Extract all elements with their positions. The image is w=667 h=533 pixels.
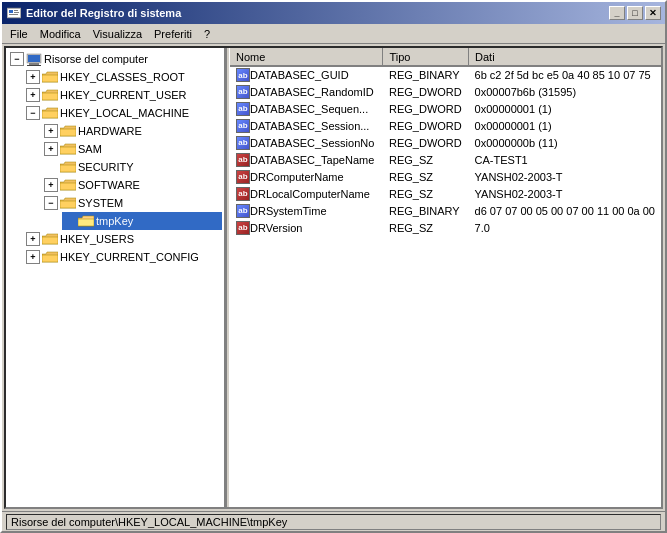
hku-label: HKEY_USERS — [60, 230, 134, 248]
svg-marker-13 — [42, 93, 58, 100]
table-row[interactable]: ab DATABASEC_TapeName REG_SZ CA-TEST1 — [230, 151, 661, 168]
cell-name: ab DATABASEC_Session... — [230, 117, 383, 134]
hkcu-expander[interactable]: + — [26, 88, 40, 102]
tree-root[interactable]: − Risorse del computer — [10, 50, 222, 68]
table-row[interactable]: ab DATABASEC_RandomID REG_DWORD 0x00007b… — [230, 83, 661, 100]
cell-data: 0x0000000b (11) — [469, 134, 661, 151]
svg-rect-5 — [9, 14, 18, 15]
table-row[interactable]: ab DATABASEC_GUID REG_BINARY 6b c2 2f 5d… — [230, 66, 661, 83]
status-bar: Risorse del computer\HKEY_LOCAL_MACHINE\… — [2, 511, 665, 531]
tmpkey-expander — [62, 214, 76, 228]
table-row[interactable]: ab DRVersion REG_SZ 7.0 — [230, 219, 661, 236]
svg-marker-31 — [42, 255, 58, 262]
col-data[interactable]: Dati — [469, 48, 661, 66]
folder-icon-hku — [42, 232, 58, 246]
cell-name: ab DATABASEC_Sequen... — [230, 100, 383, 117]
menu-help[interactable]: ? — [198, 25, 216, 43]
cell-type: REG_BINARY — [383, 202, 469, 219]
folder-icon-system — [60, 196, 76, 210]
cell-type: REG_DWORD — [383, 134, 469, 151]
table-row[interactable]: ab DRSystemTime REG_BINARY d6 07 07 00 0… — [230, 202, 661, 219]
table-row[interactable]: ab DATABASEC_SessionNo REG_DWORD 0x00000… — [230, 134, 661, 151]
cell-type: REG_DWORD — [383, 117, 469, 134]
cell-data: 7.0 — [469, 219, 661, 236]
svg-marker-29 — [42, 237, 58, 244]
main-window: Editor del Registro di sistema _ □ ✕ Fil… — [0, 0, 667, 533]
root-expander[interactable]: − — [10, 52, 24, 66]
tree-system[interactable]: − SYSTEM — [44, 194, 222, 212]
hkcr-expander[interactable]: + — [26, 70, 40, 84]
tree-tmpkey[interactable]: tmpKey — [62, 212, 222, 230]
svg-marker-27 — [78, 219, 94, 226]
minimize-button[interactable]: _ — [609, 6, 625, 20]
cell-data: 6b c2 2f 5d bc e5 0a 40 85 10 07 75 — [469, 66, 661, 83]
tree-hkcu[interactable]: + HKEY_CURRENT_USER — [26, 86, 222, 104]
hkcc-label: HKEY_CURRENT_CONFIG — [60, 248, 199, 266]
tree-hkcr[interactable]: + HKEY_CLASSES_ROOT — [26, 68, 222, 86]
cell-type: REG_DWORD — [383, 100, 469, 117]
svg-marker-17 — [60, 129, 76, 136]
hkcu-label: HKEY_CURRENT_USER — [60, 86, 187, 104]
cell-type: REG_BINARY — [383, 66, 469, 83]
menu-visualizza[interactable]: Visualizza — [87, 25, 148, 43]
security-expander — [44, 160, 58, 174]
table-row[interactable]: ab DATABASEC_Sequen... REG_DWORD 0x00000… — [230, 100, 661, 117]
hkcr-label: HKEY_CLASSES_ROOT — [60, 68, 185, 86]
table-row[interactable]: ab DRComputerName REG_SZ YANSH02-2003-T — [230, 168, 661, 185]
tmpkey-label: tmpKey — [96, 212, 133, 230]
col-type[interactable]: Tipo — [383, 48, 469, 66]
svg-rect-9 — [27, 65, 41, 66]
cell-name: ab DATABASEC_GUID — [230, 66, 383, 83]
svg-marker-23 — [60, 183, 76, 190]
hklm-expander[interactable]: − — [26, 106, 40, 120]
folder-icon-hardware — [60, 124, 76, 138]
root-label: Risorse del computer — [44, 50, 148, 68]
hardware-expander[interactable]: + — [44, 124, 58, 138]
software-label: SOFTWARE — [78, 176, 140, 194]
tree-software[interactable]: + SOFTWARE — [44, 176, 222, 194]
svg-marker-21 — [60, 165, 76, 172]
tree-hku[interactable]: + HKEY_USERS — [26, 230, 222, 248]
cell-data: 0x00000001 (1) — [469, 117, 661, 134]
svg-rect-2 — [9, 10, 13, 13]
security-label: SECURITY — [78, 158, 134, 176]
app-icon — [6, 5, 22, 21]
hardware-label: HARDWARE — [78, 122, 142, 140]
close-button[interactable]: ✕ — [645, 6, 661, 20]
cell-data: YANSH02-2003-T — [469, 168, 661, 185]
tree-hkcc[interactable]: + HKEY_CURRENT_CONFIG — [26, 248, 222, 266]
folder-icon-hkcr — [42, 70, 58, 84]
window-title: Editor del Registro di sistema — [26, 7, 609, 19]
title-bar: Editor del Registro di sistema _ □ ✕ — [2, 2, 665, 24]
folder-icon-hklm — [42, 106, 58, 120]
folder-icon-security — [60, 160, 76, 174]
sam-expander[interactable]: + — [44, 142, 58, 156]
system-expander[interactable]: − — [44, 196, 58, 210]
cell-name: ab DRSystemTime — [230, 202, 383, 219]
menu-modifica[interactable]: Modifica — [34, 25, 87, 43]
svg-rect-4 — [14, 12, 19, 13]
menu-file[interactable]: File — [4, 25, 34, 43]
folder-icon-tmpkey — [78, 214, 94, 228]
tree-hardware[interactable]: + HARDWARE — [44, 122, 222, 140]
hku-expander[interactable]: + — [26, 232, 40, 246]
cell-name: ab DRComputerName — [230, 168, 383, 185]
table-row[interactable]: ab DATABASEC_Session... REG_DWORD 0x0000… — [230, 117, 661, 134]
menu-preferiti[interactable]: Preferiti — [148, 25, 198, 43]
table-row[interactable]: ab DRLocalComputerName REG_SZ YANSH02-20… — [230, 185, 661, 202]
hkcc-expander[interactable]: + — [26, 250, 40, 264]
maximize-button[interactable]: □ — [627, 6, 643, 20]
folder-icon-software — [60, 178, 76, 192]
menu-bar: File Modifica Visualizza Preferiti ? — [2, 24, 665, 44]
cell-name: ab DATABASEC_TapeName — [230, 151, 383, 168]
cell-name: ab DRLocalComputerName — [230, 185, 383, 202]
cell-name: ab DATABASEC_SessionNo — [230, 134, 383, 151]
tree-hklm[interactable]: − HKEY_LOCAL_MACHINE — [26, 104, 222, 122]
tree-security[interactable]: SECURITY — [44, 158, 222, 176]
cell-name: ab DATABASEC_RandomID — [230, 83, 383, 100]
software-expander[interactable]: + — [44, 178, 58, 192]
tree-sam[interactable]: + SAM — [44, 140, 222, 158]
col-name[interactable]: Nome — [230, 48, 383, 66]
svg-rect-3 — [14, 10, 18, 11]
registry-tree[interactable]: − Risorse del computer + — [6, 48, 226, 507]
